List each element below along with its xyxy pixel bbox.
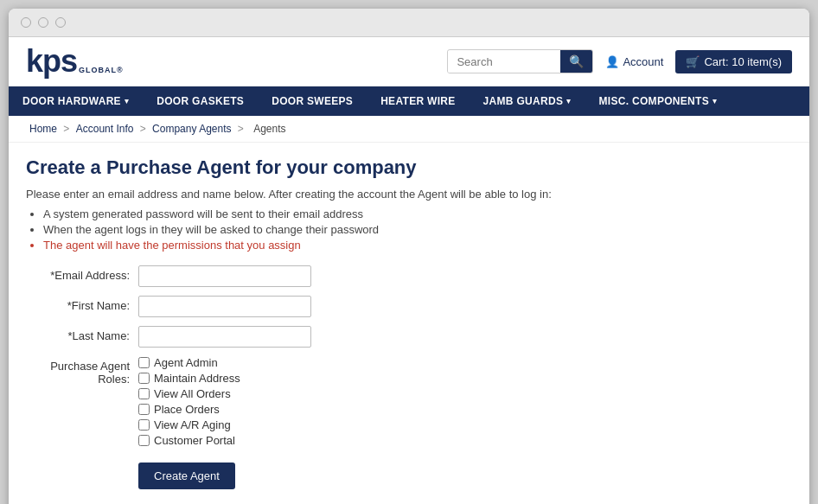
role-label-5: Customer Portal bbox=[154, 434, 235, 447]
role-row-0: Agent Admin bbox=[138, 356, 240, 369]
lastname-label: *Last Name: bbox=[26, 326, 138, 342]
nav-dropdown-arrow: ▾ bbox=[125, 97, 129, 105]
breadcrumb-separator: > bbox=[235, 123, 247, 135]
account-icon: 👤 bbox=[605, 55, 619, 68]
role-label-4: View A/R Aging bbox=[154, 418, 231, 431]
nav-item-door-gaskets[interactable]: DOOR GASKETS bbox=[143, 86, 258, 116]
firstname-row: *First Name: bbox=[26, 296, 792, 317]
breadcrumb-link-company-agents[interactable]: Company Agents bbox=[152, 123, 231, 135]
roles-column: Agent AdminMaintain AddressView All Orde… bbox=[138, 356, 240, 447]
browser-chrome bbox=[9, 9, 809, 37]
role-label-1: Maintain Address bbox=[154, 372, 240, 385]
role-row-4: View A/R Aging bbox=[138, 418, 240, 431]
bullet-item-0: A system generated password will be sent… bbox=[43, 207, 792, 220]
account-label: Account bbox=[623, 55, 663, 68]
search-input[interactable] bbox=[448, 51, 560, 73]
role-checkbox-agent-admin[interactable] bbox=[138, 357, 150, 368]
breadcrumb: Home > Account Info > Company Agents > A… bbox=[9, 116, 809, 143]
role-label-2: View All Orders bbox=[154, 387, 231, 400]
role-checkbox-place-orders[interactable] bbox=[138, 404, 150, 415]
header-right: 🔍 👤 Account 🛒 Cart: 10 item(s) bbox=[447, 49, 792, 73]
lastname-row: *Last Name: bbox=[26, 326, 792, 348]
main-content: Create a Purchase Agent for your company… bbox=[9, 143, 809, 504]
cart-icon: 🛒 bbox=[686, 55, 700, 68]
bullet-item-1: When the agent logs in they will be aske… bbox=[43, 223, 792, 236]
main-nav: DOOR HARDWARE ▾DOOR GASKETSDOOR SWEEPSHE… bbox=[9, 86, 809, 116]
browser-dot-3 bbox=[55, 17, 66, 28]
role-row-3: Place Orders bbox=[138, 403, 240, 416]
role-row-5: Customer Portal bbox=[138, 434, 240, 447]
roles-row: Purchase Agent Roles: Agent AdminMaintai… bbox=[26, 356, 792, 447]
role-label-0: Agent Admin bbox=[154, 356, 218, 369]
nav-item-misc.-components[interactable]: MISC. COMPONENTS ▾ bbox=[585, 86, 732, 116]
logo-global: GLOBAL® bbox=[79, 66, 124, 74]
search-button[interactable]: 🔍 bbox=[560, 50, 592, 73]
bullet-list: A system generated password will be sent… bbox=[43, 207, 792, 252]
nav-dropdown-arrow: ▾ bbox=[566, 97, 571, 105]
breadcrumb-link-home[interactable]: Home bbox=[29, 123, 57, 135]
roles-label: Purchase Agent Roles: bbox=[26, 356, 138, 386]
nav-item-jamb-guards[interactable]: JAMB GUARDS ▾ bbox=[470, 86, 585, 116]
breadcrumb-separator: > bbox=[61, 123, 73, 135]
logo[interactable]: kps GLOBAL® bbox=[26, 46, 124, 77]
role-checkbox-maintain-address[interactable] bbox=[138, 373, 150, 384]
nav-item-door-hardware[interactable]: DOOR HARDWARE ▾ bbox=[9, 86, 143, 116]
cart-label: Cart: 10 item(s) bbox=[704, 55, 782, 68]
nav-item-heater-wire[interactable]: HEATER WIRE bbox=[367, 86, 469, 116]
nav-item-door-sweeps[interactable]: DOOR SWEEPS bbox=[258, 86, 367, 116]
agent-form: *Email Address: *First Name: *Last Name:… bbox=[26, 265, 792, 489]
role-checkbox-customer-portal[interactable] bbox=[138, 435, 150, 446]
role-label-3: Place Orders bbox=[154, 403, 220, 416]
role-checkbox-view-all-orders[interactable] bbox=[138, 388, 150, 399]
browser-dot-2 bbox=[38, 17, 48, 28]
breadcrumb-current: Agents bbox=[253, 123, 285, 135]
role-row-1: Maintain Address bbox=[138, 372, 240, 385]
lastname-input[interactable] bbox=[138, 326, 311, 348]
search-box[interactable]: 🔍 bbox=[447, 49, 593, 73]
account-link[interactable]: 👤 Account bbox=[605, 55, 663, 68]
browser-dot-1 bbox=[21, 17, 31, 28]
page-title: Create a Purchase Agent for your company bbox=[26, 156, 792, 179]
cart-button[interactable]: 🛒 Cart: 10 item(s) bbox=[675, 50, 792, 73]
logo-text: kps bbox=[26, 46, 77, 77]
email-input[interactable] bbox=[138, 265, 311, 287]
breadcrumb-link-account-info[interactable]: Account Info bbox=[76, 123, 134, 135]
email-row: *Email Address: bbox=[26, 265, 792, 287]
email-label: *Email Address: bbox=[26, 265, 138, 282]
firstname-label: *First Name: bbox=[26, 296, 138, 312]
bullet-item-2: The agent will have the permissions that… bbox=[43, 239, 792, 252]
create-agent-button[interactable]: Create Agent bbox=[138, 463, 235, 489]
role-checkbox-view-a/r-aging[interactable] bbox=[138, 419, 150, 431]
site-header: kps GLOBAL® 🔍 👤 Account 🛒 Cart: 10 item(… bbox=[9, 37, 809, 86]
nav-dropdown-arrow: ▾ bbox=[713, 97, 717, 105]
firstname-input[interactable] bbox=[138, 296, 311, 317]
intro-text: Please enter an email address and name b… bbox=[26, 188, 792, 201]
breadcrumb-separator: > bbox=[137, 123, 149, 135]
role-row-2: View All Orders bbox=[138, 387, 240, 400]
